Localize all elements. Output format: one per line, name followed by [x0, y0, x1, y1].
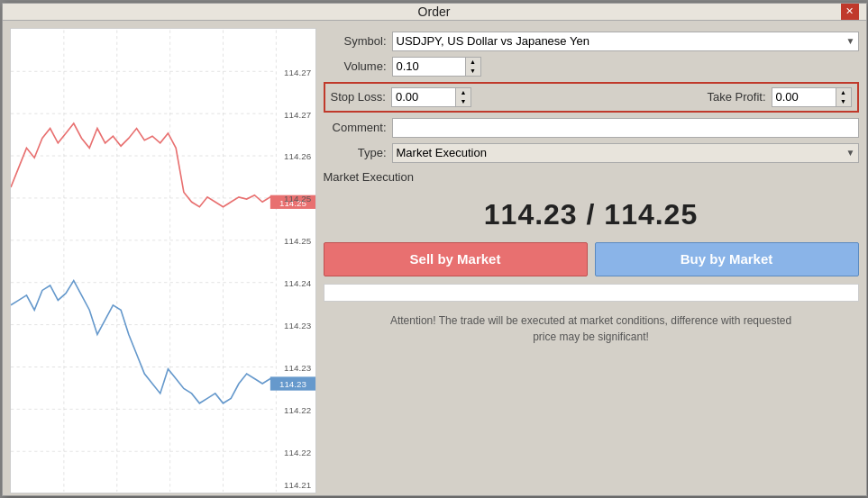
svg-text:114.25: 114.25: [284, 236, 312, 246]
svg-text:114.21: 114.21: [284, 479, 311, 489]
chart-panel: 114.25 114.23 114.27 114.27 114.26 114.2…: [10, 28, 316, 493]
svg-text:114.27: 114.27: [284, 109, 311, 119]
comment-row: Comment:: [324, 118, 859, 138]
take-profit-label: Take Profit:: [699, 90, 766, 104]
volume-label: Volume:: [324, 59, 387, 73]
take-profit-up-button[interactable]: ▲: [836, 88, 851, 97]
info-bar: [324, 284, 859, 302]
type-label: Type:: [324, 146, 387, 159]
comment-label: Comment:: [324, 121, 387, 134]
price-chart: 114.25 114.23 114.27 114.27 114.26 114.2…: [11, 29, 315, 493]
take-profit-section: Take Profit: ▲ ▼: [699, 87, 852, 107]
svg-text:114.27: 114.27: [284, 67, 311, 77]
take-profit-input[interactable]: [772, 88, 836, 106]
svg-text:114.23: 114.23: [284, 320, 312, 330]
window-title: Order: [28, 5, 841, 19]
close-button[interactable]: ✕: [841, 4, 859, 20]
symbol-select-wrapper: USDJPY, US Dollar vs Japanese Yen ▼: [392, 32, 859, 51]
stop-loss-down-button[interactable]: ▼: [456, 97, 471, 106]
right-panel: Symbol: USDJPY, US Dollar vs Japanese Ye…: [324, 28, 859, 493]
volume-spinner: ▲ ▼: [465, 58, 480, 76]
stop-loss-label: Stop Loss:: [331, 90, 386, 104]
stop-loss-input[interactable]: [392, 88, 455, 106]
trade-buttons: Sell by Market Buy by Market: [324, 242, 859, 276]
svg-text:114.26: 114.26: [284, 151, 312, 161]
volume-down-button[interactable]: ▼: [466, 67, 480, 76]
comment-input[interactable]: [392, 118, 859, 138]
take-profit-down-button[interactable]: ▼: [836, 97, 851, 106]
price-display: 114.23 / 114.25: [324, 191, 859, 237]
sell-by-market-button[interactable]: Sell by Market: [324, 242, 588, 276]
stop-loss-section: Stop Loss: ▲ ▼: [331, 87, 471, 107]
stop-loss-input-wrapper: ▲ ▼: [391, 87, 471, 107]
svg-text:114.22: 114.22: [284, 447, 311, 457]
symbol-row: Symbol: USDJPY, US Dollar vs Japanese Ye…: [324, 32, 859, 51]
order-window: Order ✕: [2, 3, 867, 496]
stop-loss-spinner: ▲ ▼: [455, 88, 471, 106]
attention-message: Attention! The trade will be executed at…: [390, 314, 791, 343]
main-content: 114.25 114.23 114.27 114.27 114.26 114.2…: [3, 21, 866, 499]
type-select[interactable]: Market Execution Pending Order: [392, 143, 859, 163]
svg-text:114.24: 114.24: [284, 278, 312, 288]
volume-input-wrapper: ▲ ▼: [392, 57, 481, 77]
type-row: Type: Market Execution Pending Order ▼: [324, 143, 859, 163]
svg-text:114.22: 114.22: [284, 404, 311, 414]
symbol-label: Symbol:: [324, 34, 387, 48]
svg-text:114.23: 114.23: [284, 362, 312, 372]
volume-row: Volume: ▲ ▼: [324, 57, 859, 77]
attention-text: Attention! The trade will be executed at…: [324, 309, 859, 349]
buy-by-market-button[interactable]: Buy by Market: [595, 242, 859, 276]
type-select-wrapper: Market Execution Pending Order ▼: [392, 143, 859, 163]
symbol-select[interactable]: USDJPY, US Dollar vs Japanese Yen: [392, 32, 859, 51]
market-execution-label: Market Execution: [324, 168, 859, 186]
svg-text:114.25: 114.25: [284, 194, 312, 204]
sl-tp-row: Stop Loss: ▲ ▼ Take Profit: ▲: [324, 82, 859, 113]
stop-loss-up-button[interactable]: ▲: [456, 88, 471, 97]
take-profit-input-wrapper: ▲ ▼: [772, 87, 852, 107]
svg-text:114.23: 114.23: [279, 379, 306, 389]
take-profit-spinner: ▲ ▼: [836, 88, 851, 106]
title-bar: Order ✕: [3, 4, 866, 21]
volume-input[interactable]: [393, 58, 465, 76]
volume-up-button[interactable]: ▲: [466, 58, 480, 67]
